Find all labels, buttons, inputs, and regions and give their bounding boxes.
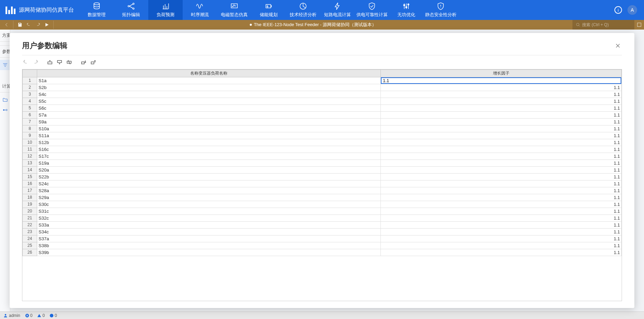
- row-number[interactable]: 21: [23, 215, 37, 222]
- avatar[interactable]: A: [627, 5, 637, 15]
- row-number[interactable]: 4: [23, 98, 37, 105]
- nav-item-0[interactable]: 数据管理: [79, 0, 114, 20]
- table-row[interactable]: 9S11a1.1: [23, 132, 622, 139]
- table-row[interactable]: 26S39b1.1: [23, 249, 622, 256]
- cell-factor[interactable]: 1.1: [381, 187, 622, 194]
- table-row[interactable]: 25S38b1.1: [23, 242, 622, 249]
- back-button[interactable]: [2, 21, 11, 29]
- table-row[interactable]: 3S4c1.1: [23, 91, 622, 98]
- status-info[interactable]: 0: [50, 313, 57, 318]
- table-row[interactable]: 7S9a1.1: [23, 119, 622, 125]
- row-number[interactable]: 17: [23, 187, 37, 194]
- table-row[interactable]: 12S17c1.1: [23, 153, 622, 160]
- cell-name[interactable]: S30c: [37, 201, 381, 208]
- row-number[interactable]: 6: [23, 112, 37, 119]
- cell-factor[interactable]: 1.1: [381, 229, 622, 235]
- cell-factor[interactable]: [381, 77, 622, 84]
- cell-name[interactable]: S11a: [37, 132, 381, 139]
- cell-factor[interactable]: 1.1: [381, 119, 622, 125]
- redo-button[interactable]: [33, 21, 42, 29]
- row-number[interactable]: 12: [23, 153, 37, 160]
- cell-name[interactable]: S16c: [37, 146, 381, 153]
- toolbar-import[interactable]: [80, 59, 87, 66]
- cell-factor[interactable]: 1.1: [381, 174, 622, 180]
- cell-name[interactable]: S28a: [37, 187, 381, 194]
- nav-item-6[interactable]: 技术经济分析: [286, 0, 320, 20]
- table-row[interactable]: 19S30c1.1: [23, 201, 622, 208]
- nav-item-7[interactable]: 短路电流计算: [320, 0, 355, 20]
- table-row[interactable]: 21S32c1.1: [23, 215, 622, 222]
- nav-item-1[interactable]: 拓扑编辑: [114, 0, 148, 20]
- nav-item-9[interactable]: 无功优化: [389, 0, 423, 20]
- status-errors[interactable]: 0: [25, 313, 33, 318]
- cell-factor[interactable]: 1.1: [381, 84, 622, 91]
- cell-factor[interactable]: 1.1: [381, 235, 622, 242]
- row-number[interactable]: 16: [23, 180, 37, 187]
- nav-item-10[interactable]: 静态安全性分析: [423, 0, 458, 20]
- table-row[interactable]: 23S34c1.1: [23, 229, 622, 235]
- cell-name[interactable]: S9a: [37, 119, 381, 125]
- cell-name[interactable]: S7a: [37, 112, 381, 119]
- table-row[interactable]: 8S10a1.1: [23, 125, 622, 132]
- search-input[interactable]: [582, 22, 631, 27]
- table-row[interactable]: 10S12b1.1: [23, 139, 622, 146]
- row-number[interactable]: 22: [23, 222, 37, 229]
- toolbar-insert-row-below[interactable]: [56, 59, 63, 66]
- side-btn-node[interactable]: [0, 105, 10, 115]
- cell-factor[interactable]: 1.1: [381, 139, 622, 146]
- cell-factor[interactable]: 1.1: [381, 132, 622, 139]
- undo-button[interactable]: [24, 21, 33, 29]
- cell-name[interactable]: S33a: [37, 222, 381, 229]
- row-number[interactable]: 23: [23, 229, 37, 235]
- cell-factor-input[interactable]: [381, 77, 621, 84]
- row-number[interactable]: 20: [23, 208, 37, 215]
- row-number[interactable]: 19: [23, 201, 37, 208]
- row-number[interactable]: 25: [23, 242, 37, 249]
- cell-factor[interactable]: 1.1: [381, 180, 622, 187]
- cell-factor[interactable]: 1.1: [381, 194, 622, 201]
- toolbar-undo[interactable]: [22, 59, 30, 66]
- cell-name[interactable]: S31c: [37, 208, 381, 215]
- table-row[interactable]: 22S33a1.1: [23, 222, 622, 229]
- cell-factor[interactable]: 1.1: [381, 125, 622, 132]
- cell-factor[interactable]: 1.1: [381, 105, 622, 112]
- cell-name[interactable]: S17c: [37, 153, 381, 160]
- table-row[interactable]: 2S2b1.1: [23, 84, 622, 91]
- row-number[interactable]: 9: [23, 132, 37, 139]
- save-button[interactable]: [15, 21, 24, 29]
- side-btn-filter[interactable]: [0, 60, 10, 70]
- col-header-rownum[interactable]: [23, 70, 37, 77]
- play-button[interactable]: [42, 21, 51, 29]
- toolbar-delete-row[interactable]: [65, 59, 73, 66]
- cell-name[interactable]: S12b: [37, 139, 381, 146]
- row-number[interactable]: 2: [23, 84, 37, 91]
- nav-item-5[interactable]: 储能规划: [251, 0, 286, 20]
- cell-name[interactable]: S29a: [37, 194, 381, 201]
- table-row[interactable]: 13S19a1.1: [23, 160, 622, 167]
- cell-name[interactable]: S1a: [37, 77, 381, 84]
- table-row[interactable]: 16S24c1.1: [23, 180, 622, 187]
- row-number[interactable]: 13: [23, 160, 37, 167]
- cell-factor[interactable]: 1.1: [381, 215, 622, 222]
- row-number[interactable]: 3: [23, 91, 37, 98]
- nav-item-3[interactable]: 时序潮流: [183, 0, 217, 20]
- cell-name[interactable]: S20a: [37, 167, 381, 174]
- row-number[interactable]: 14: [23, 167, 37, 174]
- cell-factor[interactable]: 1.1: [381, 222, 622, 229]
- cell-factor[interactable]: 1.1: [381, 146, 622, 153]
- cell-name[interactable]: S10a: [37, 125, 381, 132]
- table-row[interactable]: 6S7a1.1: [23, 112, 622, 119]
- row-number[interactable]: 5: [23, 105, 37, 112]
- table-row[interactable]: 5S6c1.1: [23, 105, 622, 112]
- table-row[interactable]: 4S5c1.1: [23, 98, 622, 105]
- cell-factor[interactable]: 1.1: [381, 112, 622, 119]
- status-warnings[interactable]: 0: [37, 313, 45, 318]
- toolbar-redo[interactable]: [32, 59, 39, 66]
- cell-name[interactable]: S6c: [37, 105, 381, 112]
- table-row[interactable]: 17S28a1.1: [23, 187, 622, 194]
- toolbar-export[interactable]: [89, 59, 97, 66]
- cell-name[interactable]: S24c: [37, 180, 381, 187]
- cell-factor[interactable]: 1.1: [381, 242, 622, 249]
- table-row[interactable]: 15S22b1.1: [23, 174, 622, 180]
- row-number[interactable]: 1: [23, 77, 37, 84]
